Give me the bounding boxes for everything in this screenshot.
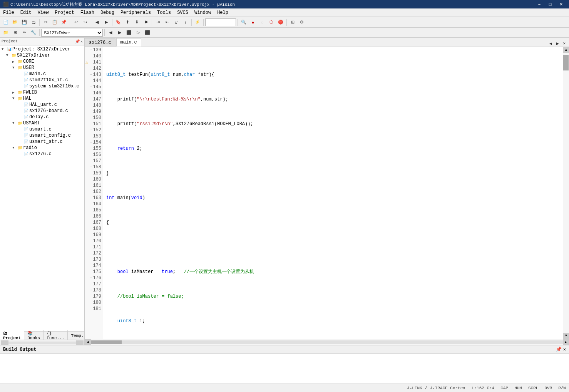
hscroll-left[interactable]: ◀ [85,339,91,345]
file-icon-usmart-config: 📄 [23,133,29,138]
tree-user[interactable]: ▼ 📁 USER [0,65,84,71]
save-button[interactable]: 💾 [20,18,28,27]
tree-main-c[interactable]: 📄 main.c [0,71,84,77]
menu-edit[interactable]: Edit [17,9,35,16]
panel-pin-btn[interactable]: 📌 [75,39,80,44]
save-all-button[interactable]: 🗂 [29,18,38,27]
target-btn2[interactable]: ▶ [115,28,124,37]
toolbar2-btn1[interactable]: 📁 [2,28,10,37]
editor-scroll-left[interactable]: ◀ [547,40,554,47]
menu-window[interactable]: Window [191,9,214,16]
panel-close-btn[interactable]: ✕ [80,39,83,44]
tree-fwlib[interactable]: ▶ 📁 FWLIB [0,89,84,95]
tab-sx1276[interactable]: sx1276.c [85,38,115,47]
uncomment-button[interactable]: / [181,18,190,27]
toolbar2-btn4[interactable]: 🔧 [29,28,38,37]
menu-debug[interactable]: Debug [97,9,117,16]
tree-stm32-it[interactable]: 📄 stm32f10x_it.c [0,77,84,83]
maximize-button[interactable]: □ [545,1,555,8]
tree-usmart-str[interactable]: 📄 usmart_str.c [0,139,84,145]
vscroll-up[interactable]: ▲ [563,47,569,53]
open-file-button[interactable]: 📂 [11,18,19,27]
next-bookmark-button[interactable]: ⬇ [132,18,141,27]
menu-file[interactable]: File [0,9,17,16]
debug-btn2[interactable]: ○ [258,18,266,27]
toolbar2-btn2[interactable]: ⊞ [11,28,19,37]
prev-bookmark-button[interactable]: ⬆ [123,18,132,27]
toolbar2-btn3[interactable]: ✏ [20,28,28,37]
redo-button[interactable]: ↪ [81,18,89,27]
debug-btn4[interactable]: ⛔ [276,18,285,27]
editor-hscroll[interactable]: ◀ ▶ [85,339,569,345]
close-button[interactable]: ✕ [556,1,566,8]
back-button[interactable]: ◀ [93,18,101,27]
tree-radio[interactable]: ▼ 📁 radio [0,145,84,151]
unindent-button[interactable]: ⇤ [163,18,171,27]
vscroll-thumb[interactable] [563,55,569,70]
menu-tools[interactable]: Tools [154,9,174,16]
menu-peripherals[interactable]: Peripherals [117,9,154,16]
editor-vscroll[interactable]: ▲ ▼ [563,47,569,339]
build-output-controls[interactable]: 📌 ✕ [556,347,566,352]
menu-help[interactable]: Help [214,9,231,16]
target-btn5[interactable]: ⬛ [143,28,152,37]
undo-button[interactable]: ↩ [72,18,80,27]
tree-usmart-config[interactable]: 📄 usmart_config.c [0,132,84,139]
code-line-145: { [103,219,563,226]
hscroll-track[interactable] [91,340,563,344]
comment-button[interactable]: // [172,18,181,27]
tree-delay[interactable]: 📄 delay.c [0,114,84,120]
title-text: C:\Users\LI\Desktop\低功耗方案_Lora\SX127xDri… [10,2,235,7]
search-btn[interactable]: 🔍 [239,18,248,27]
menu-view[interactable]: View [35,9,52,16]
tree-usmart[interactable]: ▼ 📁 USMART [0,120,84,126]
menu-svcs[interactable]: SVCS [174,9,191,16]
build-pin-btn[interactable]: 📌 [556,347,562,352]
status-rw: R/W [558,386,566,390]
cut-button[interactable]: ✂ [41,18,50,27]
new-file-button[interactable]: 📄 [2,18,10,27]
debug-btn1[interactable]: ● [249,18,257,27]
minimize-button[interactable]: − [534,1,544,8]
target-btn3[interactable]: ⬛ [125,28,133,37]
tree-hal[interactable]: ▼ 📁 HAL [0,95,84,102]
vscroll-down[interactable]: ▼ [563,333,569,339]
bookmark-button[interactable]: 🔖 [114,18,122,27]
title-bar-controls[interactable]: − □ ✕ [534,1,566,8]
indent-button[interactable]: ⇥ [154,18,162,27]
clear-bookmark-button[interactable]: ✖ [142,18,150,27]
forward-button[interactable]: ▶ [102,18,110,27]
code-editor[interactable]: −139 140 ⚠141 142 −143 144 −145 146 147 … [85,47,569,339]
project-dropdown[interactable]: SX127xDriver [41,29,103,37]
tree-sx127x[interactable]: ▼ 📁 SX127xDriver [0,52,84,59]
copy-button[interactable]: 📋 [50,18,59,27]
build-close-btn[interactable]: ✕ [563,347,566,352]
menu-flash[interactable]: Flash [77,9,97,16]
code-content[interactable]: uint8_t testFun(uint8_t num,char *str){ … [103,47,563,339]
status-jtag: J-LINK / J-TRACE Cortex [407,386,465,390]
tab-templates[interactable]: Temp... [68,333,85,339]
format-button[interactable]: ⚡ [193,18,202,27]
target-btn1[interactable]: ◀ [106,28,115,37]
debug-btn3[interactable]: ⬡ [267,18,276,27]
hscroll-right[interactable]: ▶ [563,339,569,345]
tree-usmart-c[interactable]: 📄 usmart.c [0,126,84,132]
target-btn4[interactable]: ▷ [134,28,142,37]
panel-hscroll[interactable] [0,340,84,345]
tree-hal-uart[interactable]: 📄 HAL_uart.c [0,102,84,108]
settings-btn[interactable]: ⚙ [298,18,306,27]
tab-main-c[interactable]: main.c [116,38,141,47]
vscroll-track[interactable] [563,53,569,333]
tree-sx1276[interactable]: 📄 sx1276.c [0,151,84,157]
editor-close[interactable]: ✕ [561,40,567,47]
paste-button[interactable]: 📌 [60,18,68,27]
tree-sx1276board[interactable]: 📄 sx1276-board.c [0,108,84,114]
tree-project-root[interactable]: ▼ 📊 Project: SX127xDriver [0,46,84,52]
grid-btn[interactable]: ⊞ [288,18,297,27]
search-input[interactable]: sleep [205,18,236,26]
menu-project[interactable]: Project [52,9,77,16]
editor-scroll-right[interactable]: ▶ [554,40,561,47]
tree-core[interactable]: ▶ 📁 CORE [0,59,84,65]
tree-system-stm32[interactable]: 📄 system_stm32f10x.c [0,83,84,89]
hscroll-thumb[interactable] [91,340,122,344]
